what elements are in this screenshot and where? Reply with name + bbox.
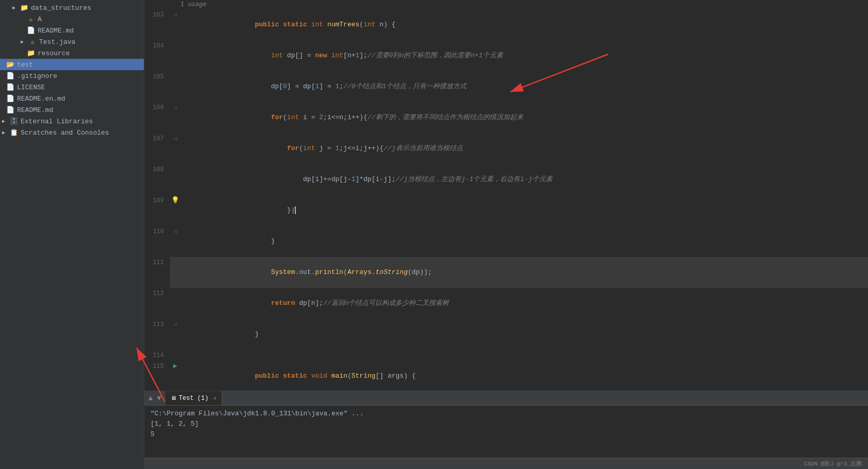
sidebar-item-gitignore[interactable]: 📄 .gitignore	[0, 70, 144, 82]
line-number: 106	[144, 102, 170, 133]
table-row: 110 ◁ }	[144, 226, 868, 257]
md-icon: 📄	[6, 94, 14, 103]
sidebar-item-label: README.en.md	[17, 95, 65, 103]
line-content: dp[0] = dp[1] = 1;//0个结点和1个结点，只有一种摆放方式	[180, 71, 868, 102]
line-content: }|	[180, 195, 868, 226]
gutter-fold[interactable]: ◁	[170, 319, 180, 350]
sidebar: ▶ 📁 data_structures ☕ A 📄 README.md ▶ ☕ …	[0, 0, 144, 469]
sidebar-item-readme-en[interactable]: 📄 README.en.md	[0, 93, 144, 104]
gutter-empty	[170, 257, 180, 288]
sidebar-item-A[interactable]: ☕ A	[0, 13, 144, 25]
console-output: "C:\Program Files\Java\jdk1.8.0_131\bin\…	[144, 406, 868, 458]
gutter-fold[interactable]: ◁	[170, 9, 180, 40]
line-content: for(int j = 1;j<=i;j++){//j表示当前用谁当根结点	[180, 133, 868, 164]
console-icon: 🖥	[171, 395, 176, 401]
scratches-icon: 📋	[10, 128, 18, 137]
table-row: 105 dp[0] = dp[1] = 1;//0个结点和1个结点，只有一种摆放…	[144, 71, 868, 102]
side-controls: ▲ ▼	[144, 393, 165, 403]
console-line-result2: 5	[151, 429, 862, 440]
sidebar-item-label: resource	[38, 50, 70, 57]
line-number: 105	[144, 71, 170, 102]
chevron-right-icon: ▶	[2, 130, 8, 136]
line-content: public static int numTrees(int n) {	[180, 9, 868, 40]
scroll-up-button[interactable]: ▲	[147, 393, 154, 403]
editor-area: 1 usage 103 ◁ public static int numTrees…	[144, 0, 868, 469]
line-number: 109	[144, 195, 170, 226]
gutter-run[interactable]: ▶	[170, 361, 180, 391]
line-number: 104	[144, 40, 170, 71]
gutter-bulb[interactable]: 💡	[170, 195, 180, 226]
sidebar-item-data-structures[interactable]: ▶ 📁 data_structures	[0, 2, 144, 13]
library-icon: 🗄️	[10, 117, 18, 125]
sidebar-item-label: test	[17, 61, 33, 69]
line-number: 115	[144, 361, 170, 391]
chevron-right-icon: ▶	[2, 118, 8, 124]
console-text: "C:\Program Files\Java\jdk1.8.0_131\bin\…	[151, 410, 363, 417]
line-content: public static void main(String[] args) {	[180, 361, 868, 391]
code-lines: 103 ◁ public static int numTrees(int n) …	[144, 9, 868, 391]
status-bar: CSDN @殷J grd_志鹏	[144, 458, 868, 469]
line-number: 103	[144, 9, 170, 40]
table-row: 106 ◁ for(int i = 2;i<=n;i++){//剩下的，需要将不…	[144, 102, 868, 133]
gutter-empty	[170, 71, 180, 102]
gutter-fold[interactable]: ◁	[170, 102, 180, 133]
console-line-result1: [1, 1, 2, 5]	[151, 419, 862, 429]
file-icon: 📄	[6, 72, 14, 80]
line-content: }	[180, 319, 868, 350]
line-content: System.out.println(Arrays.toString(dp));	[180, 257, 868, 288]
close-tab-button[interactable]: ✕	[213, 395, 216, 401]
file-icon: 📄	[6, 83, 14, 91]
java-icon: ☕	[27, 15, 35, 23]
bottom-panel: ▲ ▼ 🖥 Test (1) ✕ "C:\Program Files\Java\…	[144, 391, 868, 458]
sidebar-item-label: README.md	[38, 27, 74, 35]
table-row: 109 💡 }|	[144, 195, 868, 226]
sidebar-item-test-java[interactable]: ▶ ☕ Test.java	[0, 36, 144, 47]
console-line-cmd: "C:\Program Files\Java\jdk1.8.0_131\bin\…	[151, 409, 862, 419]
line-number: 113	[144, 319, 170, 350]
gutter-fold[interactable]: ◁	[170, 226, 180, 257]
gutter-empty	[170, 350, 180, 361]
line-content	[180, 350, 868, 361]
sidebar-item-label: A	[38, 15, 42, 23]
folder-open-icon: 📂	[6, 60, 14, 69]
sidebar-item-license[interactable]: 📄 LICENSE	[0, 82, 144, 93]
gutter-empty	[170, 288, 180, 319]
table-row: 107 ◁ for(int j = 1;j<=i;j++){//j表示当前用谁当…	[144, 133, 868, 164]
sidebar-item-external-libraries[interactable]: ▶ 🗄️ External Libraries	[0, 116, 144, 127]
table-row: 111 System.out.println(Arrays.toString(d…	[144, 257, 868, 288]
scroll-down-button[interactable]: ▼	[156, 393, 162, 403]
code-editor[interactable]: 1 usage 103 ◁ public static int numTrees…	[144, 0, 868, 391]
line-number: 114	[144, 350, 170, 361]
chevron-right-icon: ▶	[21, 39, 27, 45]
sidebar-item-readme-md2[interactable]: 📄 README.md	[0, 104, 144, 116]
line-number: 110	[144, 226, 170, 257]
console-tab-test[interactable]: 🖥 Test (1) ✕	[165, 391, 222, 405]
md-icon: 📄	[27, 26, 35, 35]
table-row: 115 ▶ public static void main(String[] a…	[144, 361, 868, 391]
line-number: 107	[144, 133, 170, 164]
gutter-empty	[170, 164, 180, 195]
sidebar-item-label: README.md	[17, 106, 53, 114]
table-row: 108 dp[i]+=dp[j-1]*dp[i-j];//j当根结点，左边有j-…	[144, 164, 868, 195]
gutter-fold[interactable]: ◁	[170, 133, 180, 164]
line-content: int dp[] = new int[n+1];//需要0到n的下标范围，因此需…	[180, 40, 868, 71]
sidebar-item-resource[interactable]: 📁 resource	[0, 47, 144, 59]
sidebar-item-readme-md[interactable]: 📄 README.md	[0, 25, 144, 36]
folder-icon: 📁	[27, 49, 35, 57]
sidebar-item-label: LICENSE	[17, 84, 45, 91]
table-row: 114	[144, 350, 868, 361]
java-icon: ☕	[28, 38, 37, 46]
sidebar-item-scratches[interactable]: ▶ 📋 Scratches and Consoles	[0, 127, 144, 138]
main-area: ▶ 📁 data_structures ☕ A 📄 README.md ▶ ☕ …	[0, 0, 868, 469]
table-row: 103 ◁ public static int numTrees(int n) …	[144, 9, 868, 40]
status-text: CSDN @殷J grd_志鹏	[804, 460, 862, 467]
sidebar-item-label: External Libraries	[21, 118, 93, 125]
line-number: 112	[144, 288, 170, 319]
table-row: 104 int dp[] = new int[n+1];//需要0到n的下标范围…	[144, 40, 868, 71]
sidebar-item-test[interactable]: 📂 test	[0, 59, 144, 70]
console-tab-label: Test (1)	[179, 395, 209, 402]
line-content: }	[180, 226, 868, 257]
chevron-right-icon: ▶	[12, 5, 19, 11]
table-row: 113 ◁ }	[144, 319, 868, 350]
table-row: 112 return dp[n];//返回n个结点可以构成多少种二叉搜索树	[144, 288, 868, 319]
